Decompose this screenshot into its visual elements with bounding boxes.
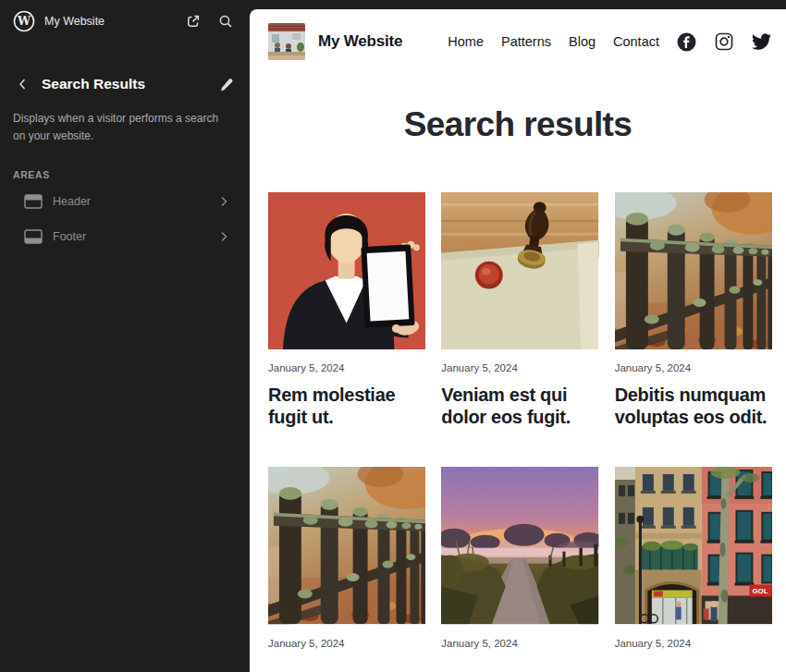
instagram-icon	[715, 32, 733, 51]
sidebar-site-name: My Website	[44, 15, 104, 28]
nav-link-patterns[interactable]: Patterns	[501, 34, 551, 49]
edit-button[interactable]	[215, 72, 239, 96]
search-button[interactable]	[214, 9, 238, 33]
post-date: January 5, 2024	[441, 638, 598, 649]
nav-link-blog[interactable]: Blog	[569, 34, 596, 49]
post-title[interactable]: Debitis numquam voluptas eos odit.	[615, 384, 772, 428]
post-title[interactable]: Veniam est qui dolor eos fugit.	[441, 384, 598, 428]
post-date: January 5, 2024	[268, 638, 425, 649]
sidebar-item-header[interactable]: Header	[0, 188, 250, 215]
back-chevron-icon	[16, 77, 31, 92]
wordpress-logo-icon: W	[13, 10, 35, 32]
site-header: My Website HomePatternsBlogContact	[250, 9, 786, 74]
post-date: January 5, 2024	[615, 638, 772, 649]
sidebar-item-footer[interactable]: Footer	[0, 223, 250, 250]
panel-description: Displays when a visitor performs a searc…	[0, 96, 250, 144]
panel-header: Search Results	[0, 72, 250, 96]
wordpress-logo-button[interactable]: W	[12, 9, 36, 33]
twitter-icon	[752, 33, 771, 50]
post-date: January 5, 2024	[441, 362, 598, 373]
social-links	[677, 32, 771, 52]
post-card: January 5, 2024 Debitis numquam voluptas…	[615, 192, 772, 428]
post-card: January 5, 2024 Veniam est qui dolor eos…	[441, 192, 598, 428]
chevron-right-icon	[220, 196, 227, 207]
svg-text:W: W	[17, 14, 31, 28]
nav-link-home[interactable]: Home	[448, 34, 484, 49]
nav-link-contact[interactable]: Contact	[613, 34, 659, 49]
post-card: January 5, 2024	[615, 467, 772, 648]
facebook-icon	[677, 32, 696, 52]
header-area-icon	[24, 194, 43, 209]
site-logo-image[interactable]	[268, 23, 305, 60]
post-date: January 5, 2024	[268, 362, 425, 373]
edit-pencil-icon	[218, 76, 235, 92]
instagram-link[interactable]	[715, 32, 733, 51]
view-site-button[interactable]	[181, 9, 205, 33]
post-thumbnail[interactable]	[615, 467, 772, 624]
site-preview-canvas: My Website HomePatternsBlogContact	[250, 9, 786, 672]
post-thumbnail[interactable]	[268, 467, 425, 624]
search-icon	[217, 13, 234, 30]
facebook-link[interactable]	[677, 32, 696, 52]
post-card: January 5, 2024	[268, 467, 425, 648]
post-card: January 5, 2024	[441, 467, 598, 648]
editor-sidebar: W My Website Search Results	[0, 0, 250, 672]
twitter-link[interactable]	[752, 33, 771, 50]
post-thumbnail[interactable]	[441, 192, 598, 349]
chevron-right-icon	[220, 231, 227, 242]
post-thumbnail[interactable]	[615, 192, 772, 349]
page-title: Search results	[250, 105, 786, 144]
site-logo-photo	[268, 23, 305, 60]
post-grid: January 5, 2024 Rem molestiae fugit ut. …	[250, 192, 786, 672]
post-thumbnail[interactable]	[268, 192, 425, 349]
post-card: January 5, 2024 Rem molestiae fugit ut.	[268, 192, 425, 428]
site-title: My Website	[318, 32, 402, 51]
area-label-footer: Footer	[53, 230, 210, 243]
areas-section-label: AREAS	[13, 169, 237, 180]
external-link-icon	[185, 13, 202, 30]
sidebar-top-bar: W My Website	[0, 0, 250, 43]
back-button[interactable]	[11, 72, 35, 96]
site-nav: HomePatternsBlogContact	[448, 34, 659, 49]
post-thumbnail[interactable]	[441, 467, 598, 624]
post-title[interactable]: Rem molestiae fugit ut.	[268, 384, 425, 428]
area-label-header: Header	[53, 195, 210, 208]
panel-title: Search Results	[42, 76, 208, 92]
post-date: January 5, 2024	[615, 362, 772, 373]
footer-area-icon	[24, 229, 43, 244]
